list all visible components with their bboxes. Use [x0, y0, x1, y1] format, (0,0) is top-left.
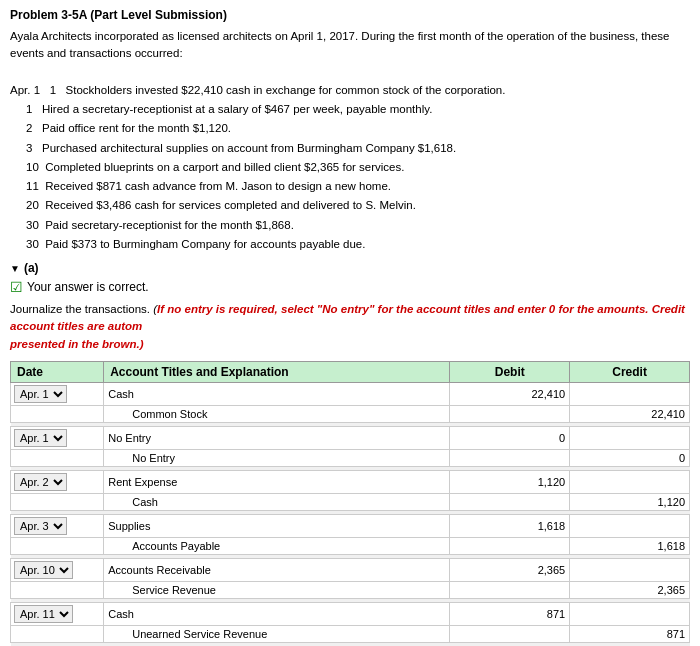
- date-cell: [11, 493, 104, 510]
- account-cell: No Entry: [104, 426, 450, 449]
- credit-cell: [570, 514, 690, 537]
- date-select[interactable]: Apr. 2: [14, 473, 67, 491]
- credit-cell: [570, 558, 690, 581]
- debit-cell[interactable]: 22,410: [450, 382, 570, 405]
- date-cell[interactable]: Apr. 2: [11, 470, 104, 493]
- col-account: Account Titles and Explanation: [104, 361, 450, 382]
- credit-cell[interactable]: 0: [570, 449, 690, 466]
- date-cell: [11, 625, 104, 642]
- account-cell: No Entry: [104, 449, 450, 466]
- account-cell: Cash: [104, 493, 450, 510]
- date-select[interactable]: Apr. 3: [14, 517, 67, 535]
- credit-cell: [570, 602, 690, 625]
- date-cell[interactable]: Apr. 10: [11, 558, 104, 581]
- credit-cell: [570, 426, 690, 449]
- credit-cell[interactable]: 2,365: [570, 581, 690, 598]
- journal-table: Date Account Titles and Explanation Debi…: [10, 361, 690, 646]
- date-cell: [11, 581, 104, 598]
- col-date: Date: [11, 361, 104, 382]
- journal-sub-row: No Entry0: [11, 449, 690, 466]
- credit-cell[interactable]: 22,410: [570, 405, 690, 422]
- account-cell: Rent Expense: [104, 470, 450, 493]
- debit-cell[interactable]: 2,365: [450, 558, 570, 581]
- account-cell: Unearned Service Revenue: [104, 625, 450, 642]
- date-cell[interactable]: Apr. 1: [11, 382, 104, 405]
- journal-main-row: Apr. 2Rent Expense1,120: [11, 470, 690, 493]
- debit-cell[interactable]: 1,618: [450, 514, 570, 537]
- debit-cell: [450, 581, 570, 598]
- instruction-text: Journalize the transactions. (If no entr…: [10, 301, 690, 353]
- credit-cell[interactable]: 1,120: [570, 493, 690, 510]
- event-list: Apr. 1 1 Stockholders invested $22,410 c…: [10, 82, 690, 253]
- account-cell: Cash: [104, 382, 450, 405]
- debit-cell: [450, 537, 570, 554]
- journal-sub-row: Cash1,120: [11, 493, 690, 510]
- account-cell: Accounts Receivable: [104, 558, 450, 581]
- section-a-label: (a): [24, 261, 39, 275]
- date-select[interactable]: Apr. 11: [14, 605, 73, 623]
- journal-sub-row: Accounts Payable1,618: [11, 537, 690, 554]
- date-select[interactable]: Apr. 10: [14, 561, 73, 579]
- journal-sub-row: Unearned Service Revenue871: [11, 625, 690, 642]
- date-cell: [11, 405, 104, 422]
- problem-title: Problem 3-5A (Part Level Submission): [10, 8, 690, 22]
- date-cell[interactable]: Apr. 1: [11, 426, 104, 449]
- correct-text: Your answer is correct.: [27, 280, 149, 294]
- debit-cell[interactable]: 871: [450, 602, 570, 625]
- col-debit: Debit: [450, 361, 570, 382]
- credit-cell[interactable]: 1,618: [570, 537, 690, 554]
- date-select[interactable]: Apr. 1: [14, 385, 67, 403]
- journal-main-row: Apr. 11Cash871: [11, 602, 690, 625]
- debit-cell: [450, 493, 570, 510]
- date-cell[interactable]: Apr. 3: [11, 514, 104, 537]
- account-cell: Supplies: [104, 514, 450, 537]
- date-cell[interactable]: Apr. 11: [11, 602, 104, 625]
- col-credit: Credit: [570, 361, 690, 382]
- intro-text: Ayala Architects incorporated as license…: [10, 28, 690, 253]
- journal-main-row: Apr. 1No Entry0: [11, 426, 690, 449]
- date-cell: [11, 537, 104, 554]
- account-cell: Common Stock: [104, 405, 450, 422]
- page-container: Problem 3-5A (Part Level Submission) Aya…: [0, 0, 700, 646]
- journal-main-row: Apr. 3Supplies1,618: [11, 514, 690, 537]
- credit-cell[interactable]: 871: [570, 625, 690, 642]
- date-cell: [11, 449, 104, 466]
- account-cell: Accounts Payable: [104, 537, 450, 554]
- journal-main-row: Apr. 10Accounts Receivable2,365: [11, 558, 690, 581]
- credit-cell: [570, 382, 690, 405]
- account-cell: Cash: [104, 602, 450, 625]
- journal-sub-row: Service Revenue2,365: [11, 581, 690, 598]
- debit-cell[interactable]: 1,120: [450, 470, 570, 493]
- debit-cell: [450, 625, 570, 642]
- debit-cell: [450, 449, 570, 466]
- debit-cell[interactable]: 0: [450, 426, 570, 449]
- credit-cell: [570, 470, 690, 493]
- journal-main-row: Apr. 1Cash22,410: [11, 382, 690, 405]
- journal-sub-row: Common Stock22,410: [11, 405, 690, 422]
- debit-cell: [450, 405, 570, 422]
- check-icon: ☑: [10, 279, 23, 295]
- section-a-toggle[interactable]: ▼ (a): [10, 261, 690, 275]
- section-a: ▼ (a) ☑ Your answer is correct.: [10, 261, 690, 295]
- correct-message-row: ☑ Your answer is correct.: [10, 279, 690, 295]
- date-select[interactable]: Apr. 1: [14, 429, 67, 447]
- triangle-icon: ▼: [10, 263, 20, 274]
- account-cell: Service Revenue: [104, 581, 450, 598]
